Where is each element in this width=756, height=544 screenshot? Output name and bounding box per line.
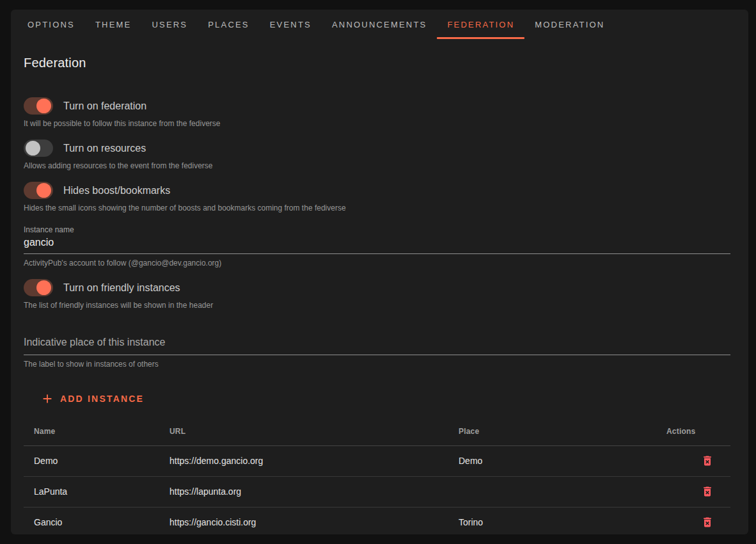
delete-instance-button[interactable] xyxy=(700,484,715,499)
instance-url-cell: https://demo.gancio.org xyxy=(159,445,448,476)
instance-name-input[interactable] xyxy=(24,234,730,254)
table-row: Gancio https://gancio.cisti.org Torino xyxy=(24,507,730,534)
instance-name-cell: Gancio xyxy=(24,507,159,534)
federation-toggle-hint: It will be possible to follow this insta… xyxy=(24,119,730,128)
instance-name-hint: ActivityPub's account to follow (@gancio… xyxy=(24,259,730,268)
header-actions: Actions xyxy=(656,417,730,445)
tab-announcements[interactable]: ANNOUNCEMENTS xyxy=(322,10,437,39)
toggle-knob xyxy=(36,99,51,113)
resources-toggle-hint: Allows adding resources to the event fro… xyxy=(24,161,730,170)
instance-place-field-block: The label to show in instances of others xyxy=(24,332,730,369)
instance-place-cell: Torino xyxy=(448,507,656,534)
instances-table: Name URL Place Actions Demo https://demo… xyxy=(24,417,730,534)
friendly-instances-toggle[interactable] xyxy=(24,279,53,296)
hide-boost-toggle-hint: Hides the small icons showing the number… xyxy=(24,204,730,212)
instance-url-cell: https://gancio.cisti.org xyxy=(159,507,448,534)
hide-boost-toggle[interactable] xyxy=(24,182,53,199)
trash-delete-icon xyxy=(701,485,714,498)
trash-delete-icon xyxy=(701,516,714,529)
instance-name-cell: LaPunta xyxy=(24,476,159,507)
tab-events[interactable]: EVENTS xyxy=(260,10,322,39)
toggle-knob xyxy=(36,183,51,198)
tab-options[interactable]: OPTIONS xyxy=(17,10,85,39)
instance-place-input[interactable] xyxy=(24,332,730,355)
table-row: LaPunta https://lapunta.org xyxy=(24,476,730,507)
instance-place-cell xyxy=(448,476,656,507)
admin-tab-bar: OPTIONS THEME USERS PLACES EVENTS ANNOUN… xyxy=(11,10,748,39)
table-header-row: Name URL Place Actions xyxy=(24,417,730,445)
admin-panel: OPTIONS THEME USERS PLACES EVENTS ANNOUN… xyxy=(11,10,748,534)
friendly-instances-toggle-hint: The list of friendly instances will be s… xyxy=(24,301,730,310)
instance-url-cell: https://lapunta.org xyxy=(159,476,448,507)
hide-boost-toggle-block: Hides boost/bookmarks Hides the small ic… xyxy=(24,182,730,212)
trash-delete-icon xyxy=(701,454,714,467)
tab-users[interactable]: USERS xyxy=(141,10,198,39)
tab-places[interactable]: PLACES xyxy=(198,10,260,39)
federation-toggle-block: Turn on federation It will be possible t… xyxy=(24,97,730,128)
toggle-knob xyxy=(36,280,51,295)
instance-name-field-block: Instance name ActivityPub's account to f… xyxy=(24,225,730,268)
resources-toggle-block: Turn on resources Allows adding resource… xyxy=(24,140,730,170)
friendly-instances-toggle-label: Turn on friendly instances xyxy=(63,282,180,294)
tab-moderation[interactable]: MODERATION xyxy=(524,10,615,39)
toggle-knob xyxy=(26,141,40,156)
table-row: Demo https://demo.gancio.org Demo xyxy=(24,445,730,476)
instance-place-cell: Demo xyxy=(448,445,656,476)
add-instance-label: ADD INSTANCE xyxy=(60,394,144,404)
add-instance-button[interactable]: ADD INSTANCE xyxy=(35,387,149,411)
delete-instance-button[interactable] xyxy=(700,515,715,530)
federation-toggle-label: Turn on federation xyxy=(63,100,146,112)
header-place: Place xyxy=(448,417,656,445)
page-title: Federation xyxy=(24,56,730,70)
resources-toggle-label: Turn on resources xyxy=(63,143,146,154)
hide-boost-toggle-label: Hides boost/bookmarks xyxy=(63,185,170,196)
friendly-instances-toggle-block: Turn on friendly instances The list of f… xyxy=(24,279,730,310)
instance-name-cell: Demo xyxy=(24,445,159,476)
resources-toggle[interactable] xyxy=(24,140,53,157)
federation-toggle[interactable] xyxy=(24,97,53,115)
instance-place-hint: The label to show in instances of others xyxy=(24,360,730,369)
delete-instance-button[interactable] xyxy=(700,453,715,468)
instance-name-label: Instance name xyxy=(24,225,730,234)
federation-settings: Federation Turn on federation It will be… xyxy=(11,56,748,534)
header-name: Name xyxy=(24,417,159,445)
header-url: URL xyxy=(159,417,448,445)
tab-theme[interactable]: THEME xyxy=(85,10,142,39)
tab-federation[interactable]: FEDERATION xyxy=(437,10,524,39)
plus-icon xyxy=(40,392,54,406)
